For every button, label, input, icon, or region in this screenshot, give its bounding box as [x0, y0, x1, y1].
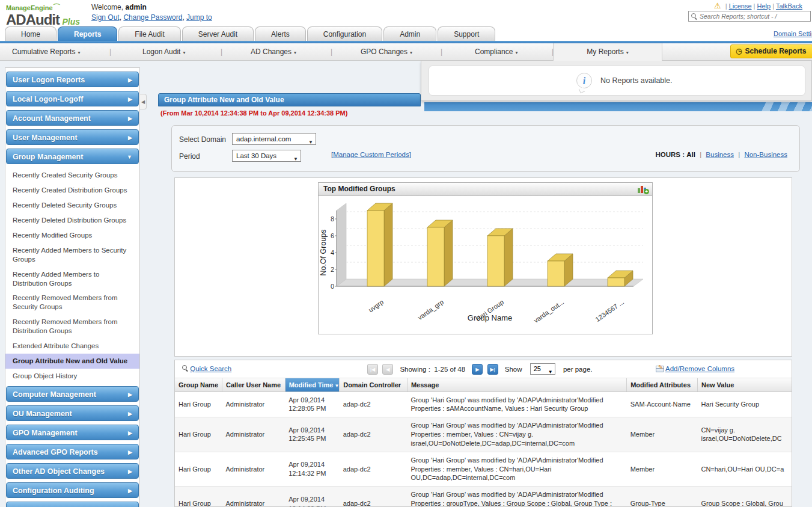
- sidebar-group-other-ad-object-changes[interactable]: Other AD Object Changes▶: [6, 463, 139, 479]
- subnav-item-logon-audit[interactable]: Logon Audit▾: [142, 43, 185, 61]
- sidebar-group-ou-management[interactable]: OU Management▶: [6, 405, 139, 421]
- sidebar-group-label: User Management: [13, 134, 78, 142]
- account-link-change-password[interactable]: Change Password: [123, 13, 182, 22]
- hours-all-option[interactable]: All: [686, 151, 695, 158]
- last-page-button[interactable]: ▶|: [487, 364, 498, 375]
- period-select[interactable]: Last 30 Days▼: [232, 150, 301, 162]
- sidebar-item-recently-added-members-to-distribution-groups[interactable]: Recently Added Members to Distribution G…: [5, 267, 139, 291]
- sidebar-collapse-handle[interactable]: ◀: [140, 94, 147, 109]
- prev-page-button[interactable]: ◀: [382, 364, 393, 375]
- cell-caller-user-name: Administrator: [222, 392, 285, 417]
- sidebar-group-permission-changes[interactable]: Permission Changes▶: [6, 502, 139, 507]
- sidebar-item-recently-modified-groups[interactable]: Recently Modified Groups: [5, 228, 139, 243]
- sidebar-item-recently-deleted-distribution-groups[interactable]: Recently Deleted Distribution Groups: [5, 213, 139, 228]
- sidebar-group-user-logon-reports[interactable]: User Logon Reports▶: [6, 72, 139, 87]
- hours-business-link[interactable]: Business: [706, 151, 734, 158]
- top-link-talkback[interactable]: TalkBack: [776, 2, 802, 10]
- cell-modified-attributes: Member: [627, 452, 698, 487]
- schedule-reports-button[interactable]: ◷Schedule Reports: [730, 45, 812, 58]
- tab-server-audit[interactable]: Server Audit: [182, 26, 254, 41]
- tab-file-audit[interactable]: File Audit: [118, 26, 180, 41]
- tab-support[interactable]: Support: [438, 26, 495, 41]
- chevron-down-icon: ▼: [308, 137, 313, 148]
- subnav-label: Logon Audit: [142, 48, 180, 56]
- column-header-new-value[interactable]: New Value: [697, 378, 792, 392]
- sidebar-group-label: Advanced GPO Reports: [13, 448, 98, 456]
- sidebar-item-recently-deleted-security-groups[interactable]: Recently Deleted Security Groups: [5, 198, 139, 213]
- cell-modified-time: Apr 09,2014 12:14:22 PM: [285, 487, 340, 507]
- sidebar-item-group-attribute-new-and-old-value[interactable]: Group Attribute New and Old Value: [5, 354, 139, 369]
- bar-varda-out: [548, 261, 564, 286]
- sidebar-item-recently-added-members-to-security-groups[interactable]: Recently Added Members to Security Group…: [5, 243, 139, 267]
- period-label: Period: [179, 152, 200, 161]
- svg-text:4: 4: [331, 249, 334, 256]
- no-reports-message: No Reports available.: [600, 76, 673, 85]
- sidebar-group-gpo-management[interactable]: GPO Management▶: [6, 425, 139, 440]
- sidebar-item-recently-created-security-groups[interactable]: Recently Created Security Groups: [5, 168, 139, 183]
- column-header-modified-attributes[interactable]: Modified Attributes: [627, 378, 698, 392]
- cell-group-name: Hari Group: [175, 417, 222, 452]
- tab-alerts[interactable]: Alerts: [255, 26, 306, 41]
- sidebar-group-local-logon-logoff[interactable]: Local Logon-Logoff▶: [6, 91, 139, 106]
- next-page-button[interactable]: ▶: [472, 364, 483, 375]
- sidebar-item-group-object-history[interactable]: Group Object History: [5, 369, 139, 384]
- sidebar-group-advanced-gpo-reports[interactable]: Advanced GPO Reports▶: [6, 444, 139, 459]
- search-box: [688, 11, 811, 22]
- svg-text:2: 2: [331, 266, 334, 273]
- subnav-label: Compliance: [475, 48, 513, 56]
- hours-filter: HOURS : All | Business | Non-Business: [655, 151, 787, 158]
- top-link-license[interactable]: License: [729, 2, 752, 10]
- sidebar-item-extended-attribute-changes[interactable]: Extended Attribute Changes: [5, 339, 139, 354]
- sidebar-item-recently-removed-members-from-security-groups[interactable]: Recently Removed Members from Security G…: [5, 290, 139, 315]
- tab-reports[interactable]: Reports: [58, 26, 117, 41]
- search-input[interactable]: [700, 12, 808, 20]
- column-header-modified-time[interactable]: Modified Time▼: [285, 378, 340, 392]
- hours-non-business-link[interactable]: Non-Business: [744, 151, 787, 158]
- subnav-item-ad-changes[interactable]: AD Changes▾: [251, 43, 296, 61]
- sidebar-group-computer-management[interactable]: Computer Management▶: [6, 386, 139, 402]
- column-header-group-name[interactable]: Group Name: [175, 378, 222, 392]
- search-icon: [182, 365, 188, 371]
- chart-options-icon[interactable]: +: [637, 185, 649, 194]
- account-link-jump-to[interactable]: Jump to: [186, 13, 212, 22]
- chevron-right-icon: ▶: [128, 111, 132, 126]
- sidebar-group-user-management[interactable]: User Management▶: [6, 129, 139, 145]
- quick-search-link[interactable]: Quick Search: [190, 365, 231, 372]
- showing-range: 1-25 of 48: [434, 366, 465, 373]
- page-size-select[interactable]: 25▼: [530, 363, 555, 375]
- subnav-item-cumulative-reports[interactable]: Cumulative Reports▾: [12, 43, 80, 61]
- sidebar-group-group-management[interactable]: Group Management▼: [6, 149, 139, 164]
- svg-text:No.Of Groups: No.Of Groups: [319, 229, 328, 275]
- svg-text:varda_out...: varda_out...: [533, 298, 565, 324]
- account-link-sign-out[interactable]: Sign Out: [91, 13, 120, 22]
- add-remove-columns-link[interactable]: Add/Remove Columns: [665, 365, 734, 372]
- top-link-help[interactable]: Help: [757, 2, 771, 10]
- column-header-message[interactable]: Message: [407, 378, 626, 392]
- subnav-item-my-reports[interactable]: My Reports▾: [553, 43, 662, 61]
- column-header-domain-controller[interactable]: Domain Controller: [340, 378, 408, 392]
- per-page-label: per page.: [563, 366, 593, 373]
- column-header-caller-user-name[interactable]: Caller User Name: [222, 378, 285, 392]
- first-page-button[interactable]: |◀: [367, 364, 378, 375]
- tab-configuration[interactable]: Configuration: [307, 26, 382, 41]
- search-icon: [691, 13, 697, 19]
- domain-settings-link[interactable]: Domain Settings: [774, 30, 812, 37]
- sidebar-item-recently-created-distribution-groups[interactable]: Recently Created Distribution Groups: [5, 183, 139, 198]
- manage-custom-periods-link[interactable]: [Manage Custom Periods]: [331, 151, 411, 158]
- cell-domain-controller: adap-dc2: [340, 452, 408, 487]
- quick-search[interactable]: Quick Search: [182, 365, 231, 372]
- chart-panel: Top Modified Groups + 02468uvgrpvarda_gr…: [174, 177, 792, 357]
- warning-icon[interactable]: ⚠: [714, 1, 721, 10]
- add-remove-columns[interactable]: Add/Remove Columns: [656, 365, 734, 372]
- table-row: Hari GroupAdministratorApr 09,2014 12:14…: [175, 487, 792, 507]
- domain-select[interactable]: adap.internal.com▼: [232, 133, 316, 145]
- subnav-item-compliance[interactable]: Compliance▾: [475, 43, 517, 61]
- sidebar-item-recently-removed-members-from-distribution-groups[interactable]: Recently Removed Members from Distributi…: [5, 315, 139, 339]
- tab-admin[interactable]: Admin: [383, 26, 436, 41]
- subnav-item-gpo-changes[interactable]: GPO Changes▾: [361, 43, 412, 61]
- chevron-right-icon: ▶: [128, 425, 132, 441]
- filter-box: Select Domain adap.internal.com▼ Period …: [171, 125, 800, 172]
- tab-home[interactable]: Home: [5, 26, 56, 41]
- sidebar-group-configuration-auditing[interactable]: Configuration Auditing▶: [6, 482, 139, 498]
- sidebar-group-account-management[interactable]: Account Management▶: [6, 110, 139, 126]
